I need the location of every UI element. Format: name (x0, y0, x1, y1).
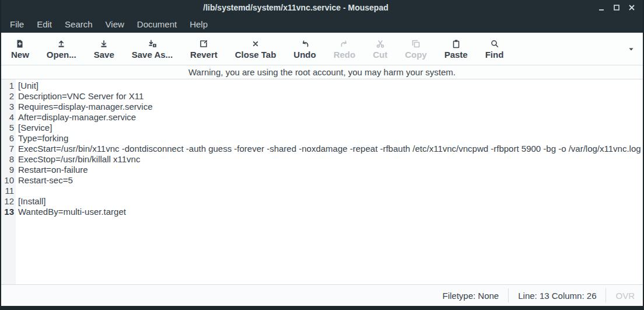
line-text: After=display-manager.service (16, 112, 136, 123)
editor-line: 3Requires=display-manager.service (1, 102, 643, 112)
toolbar-button-paste[interactable]: Paste (436, 34, 477, 64)
toolbar: NewOpen...SaveSave As...RevertClose TabU… (1, 33, 643, 65)
editor-line: 6Type=forking (1, 133, 643, 144)
toolbar-button-label: Copy (405, 50, 427, 59)
toolbar-button-label: Find (485, 50, 504, 59)
undo-icon (300, 39, 310, 48)
new-document-icon (15, 39, 24, 48)
toolbar-button-label: Redo (334, 50, 356, 59)
titlebar[interactable]: /lib/systemd/system/x11vnc.service - Mou… (1, 0, 643, 15)
menu-item-document[interactable]: Document (131, 17, 183, 32)
mousepad-window: /lib/systemd/system/x11vnc.service - Mou… (0, 0, 644, 310)
toolbar-button-label: Cut (373, 50, 387, 59)
menu-item-view[interactable]: View (99, 17, 131, 32)
line-number: 12 (1, 196, 16, 207)
line-number: 11 (1, 186, 16, 196)
root-warning-text: Warning, you are using the root account,… (188, 67, 456, 77)
toolbar-button-label: Open... (47, 50, 76, 59)
toolbar-button-label: Undo (293, 50, 316, 59)
root-warning-bar: Warning, you are using the root account,… (1, 65, 643, 79)
editor-line: 11 (1, 186, 643, 196)
close-tab-icon (251, 39, 260, 48)
redo-icon (340, 39, 349, 48)
line-text: Restart-sec=5 (16, 175, 73, 186)
toolbar-button-label: Save (94, 50, 114, 59)
statusbar: Filetype: None Line: 13 Column: 26 OVR (1, 284, 643, 306)
toolbar-button-label: Revert (190, 50, 218, 59)
line-text: Description=VNC Server for X11 (16, 91, 144, 102)
menu-item-edit[interactable]: Edit (30, 17, 58, 32)
text-editor-area[interactable]: 1[Unit]2Description=VNC Server for X113R… (1, 79, 643, 284)
close-icon (628, 4, 636, 12)
find-icon (490, 39, 499, 48)
line-text (16, 186, 18, 196)
line-number: 8 (1, 154, 16, 165)
editor-line: 9Restart=on-failure (1, 165, 643, 175)
toolbar-button-save-as[interactable]: Save As... (123, 34, 181, 64)
line-number: 1 (1, 81, 16, 91)
editor-line: 7ExecStart=/usr/bin/x11vnc -dontdisconne… (1, 144, 643, 154)
line-number: 10 (1, 175, 16, 186)
maximize-button[interactable] (611, 2, 622, 13)
window-controls (596, 2, 643, 13)
editor-line: 4After=display-manager.service (1, 112, 643, 123)
toolbar-button-redo[interactable]: Redo (325, 34, 365, 64)
statusbar-position[interactable]: Line: 13 Column: 26 (509, 289, 606, 302)
line-text: Requires=display-manager.service (16, 102, 153, 112)
maximize-icon (612, 4, 621, 12)
toolbar-button-find[interactable]: Find (477, 34, 513, 64)
paste-icon (452, 39, 461, 48)
minimize-icon (597, 4, 606, 12)
toolbar-button-open[interactable]: Open... (38, 34, 85, 64)
line-number: 2 (1, 91, 16, 102)
line-text: [Unit] (16, 81, 38, 91)
minimize-button[interactable] (596, 2, 607, 13)
close-button[interactable] (626, 2, 637, 13)
save-as-icon (148, 39, 157, 48)
toolbar-button-label: Close Tab (235, 50, 276, 59)
editor-line: 13WantedBy=multi-user.target (1, 207, 643, 217)
line-number: 13 (1, 207, 16, 217)
statusbar-filetype[interactable]: Filetype: None (433, 289, 509, 302)
line-number: 6 (1, 133, 16, 144)
line-text: [Install] (16, 196, 46, 207)
editor-line: 12[Install] (1, 196, 643, 207)
toolbar-button-new[interactable]: New (2, 34, 38, 64)
editor-line: 1[Unit] (1, 81, 643, 91)
toolbar-button-copy[interactable]: Copy (396, 34, 436, 64)
menu-item-file[interactable]: File (4, 17, 30, 32)
cut-icon (376, 39, 385, 48)
line-text: [Service] (16, 123, 52, 133)
window-title: /lib/systemd/system/x11vnc.service - Mou… (1, 3, 590, 12)
toolbar-button-label: Paste (444, 50, 468, 59)
toolbar-overflow-button[interactable] (621, 46, 642, 53)
line-number: 4 (1, 112, 16, 123)
editor-line: 8ExecStop=/usr/bin/killall x11vnc (1, 154, 643, 165)
save-icon (99, 39, 108, 48)
menu-item-search[interactable]: Search (58, 17, 99, 32)
menu-item-help[interactable]: Help (183, 17, 214, 32)
editor-line: 2Description=VNC Server for X11 (1, 91, 643, 102)
line-text: ExecStop=/usr/bin/killall x11vnc (16, 154, 140, 165)
line-text: Restart=on-failure (16, 165, 88, 175)
toolbar-button-save[interactable]: Save (85, 34, 123, 64)
copy-icon (411, 39, 421, 48)
toolbar-button-label: Save As... (132, 50, 173, 59)
editor-lines: 1[Unit]2Description=VNC Server for X113R… (1, 79, 643, 217)
toolbar-button-label: New (11, 50, 29, 59)
line-number: 7 (1, 144, 16, 154)
toolbar-button-revert[interactable]: Revert (181, 34, 226, 64)
toolbar-button-undo[interactable]: Undo (285, 34, 324, 64)
line-text: Type=forking (16, 133, 68, 144)
toolbar-button-cut[interactable]: Cut (364, 34, 396, 64)
statusbar-overwrite-toggle[interactable]: OVR (606, 289, 643, 302)
line-number: 3 (1, 102, 16, 112)
line-text: ExecStart=/usr/bin/x11vnc -dontdisconnec… (16, 144, 641, 154)
chevron-down-icon (628, 46, 635, 53)
toolbar-button-close-tab[interactable]: Close Tab (226, 34, 285, 64)
revert-icon (199, 39, 208, 48)
line-number: 5 (1, 123, 16, 133)
open-icon (57, 39, 66, 48)
editor-line: 5[Service] (1, 123, 643, 133)
line-number: 9 (1, 165, 16, 175)
